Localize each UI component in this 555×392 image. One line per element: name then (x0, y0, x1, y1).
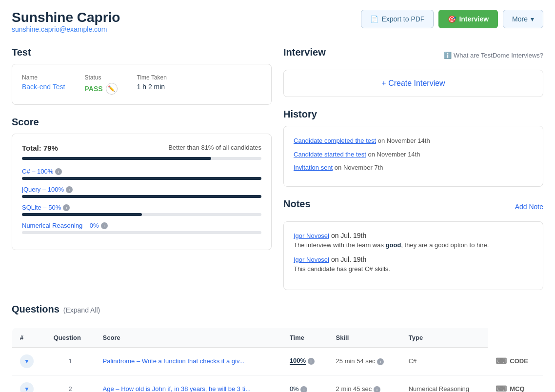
table-cell-expand[interactable]: ▼ (12, 375, 46, 392)
table-cell-type: ⌨ CODE (488, 347, 543, 375)
score-bar-fill (22, 195, 261, 198)
score-bar-item: Numerical Reasoning – 0% i (22, 222, 261, 234)
table-cell-num: 1 (46, 347, 95, 375)
info-icon[interactable]: i (300, 386, 307, 392)
history-link[interactable]: Invitation sent (294, 164, 333, 171)
score-bar-fill (22, 213, 142, 216)
table-row: ▼ 2 Age – How old is John if, in 38 year… (12, 375, 543, 392)
left-column: Test Name Back-end Test Status PASS ✏️ (12, 47, 272, 290)
expand-row-button[interactable]: ▼ (20, 382, 34, 392)
candidate-email[interactable]: sunshine.caprio@example.com (12, 25, 107, 33)
question-link[interactable]: Age – How old is John if, in 38 years, h… (103, 385, 251, 392)
score-card: Total: 79% Better than 81% of all candid… (12, 134, 272, 250)
table-cell-skill: Numerical Reasoning (401, 375, 488, 392)
info-icon[interactable]: i (101, 222, 108, 229)
score-bar-label: Numerical Reasoning – 0% i (22, 222, 261, 229)
right-column: Interview ℹ️ What are TestDome Interview… (283, 47, 543, 290)
table-cell-type: ⌨ MCQ (488, 375, 543, 392)
test-time-value: 1 h 2 min (137, 83, 165, 91)
info-icon[interactable]: i (63, 204, 70, 211)
candidate-name: Sunshine Caprio (12, 10, 120, 25)
score-bar-label: C# – 100% i (22, 168, 261, 175)
expand-all[interactable]: (Expand All) (63, 306, 100, 314)
score-bar-label: jQuery – 100% i (22, 186, 261, 193)
note-item: Igor Novosel on Jul. 19th The interview … (294, 232, 533, 250)
score-bar-track (22, 195, 261, 198)
candidate-info: Sunshine Caprio sunshine.caprio@example.… (12, 10, 120, 33)
score-value: 0% (290, 385, 299, 392)
note-text: This candidate has great C# skills. (294, 264, 533, 274)
table-col-header: Type (401, 328, 488, 347)
table-cell-time: 25 min 54 sec i (328, 347, 401, 375)
type-label: CODE (510, 357, 528, 365)
score-overall-fill (22, 157, 211, 160)
test-status-value: PASS (84, 85, 102, 93)
table-cell-num: 2 (46, 375, 95, 392)
history-link[interactable]: Candidate started the test (294, 151, 366, 158)
history-item: Invitation sent on November 7th (294, 163, 533, 173)
history-rest: on November 7th (333, 164, 383, 171)
questions-thead: #QuestionScoreTimeSkillType (12, 328, 543, 347)
test-status-label: Status (84, 74, 117, 81)
info-icon[interactable]: i (308, 358, 315, 365)
info-icon[interactable]: i (66, 186, 73, 193)
more-button[interactable]: More ▾ (503, 10, 543, 28)
interview-icon: 🎯 (448, 15, 456, 23)
question-link[interactable]: Palindrome – Write a function that check… (103, 357, 245, 365)
test-status-group: Status PASS ✏️ (84, 74, 117, 95)
table-cell-score: 0% i (282, 375, 328, 392)
table-cell-question[interactable]: Palindrome – Write a function that check… (95, 347, 282, 375)
history-rest: on November 14th (366, 151, 420, 158)
table-col-header: Question (46, 328, 95, 347)
score-section: Score Total: 79% Better than 81% of all … (12, 117, 272, 250)
questions-table: #QuestionScoreTimeSkillType ▼ 1 Palindro… (12, 328, 543, 392)
table-cell-time: 2 min 45 sec i (328, 375, 401, 392)
score-compare: Better than 81% of all candidates (168, 144, 261, 152)
pdf-icon: 📄 (370, 15, 378, 23)
note-item: Igor Novosel on Jul. 19th This candidate… (294, 255, 533, 274)
note-author[interactable]: Igor Novosel (294, 256, 329, 263)
test-name-value[interactable]: Back-end Test (22, 83, 65, 91)
notes-title: Notes (283, 198, 311, 210)
note-meta: Igor Novosel on Jul. 19th (294, 255, 533, 263)
notes-card: Igor Novosel on Jul. 19th The interview … (283, 221, 543, 290)
time-info-icon[interactable]: i (377, 358, 384, 365)
type-icon: ⌨ (496, 384, 507, 392)
questions-section: Questions (Expand All) #QuestionScoreTim… (12, 304, 543, 392)
history-item: Candidate completed the test on November… (294, 136, 533, 146)
time-info-icon[interactable]: i (374, 386, 380, 392)
score-bar-item: C# – 100% i (22, 168, 261, 180)
add-note-link[interactable]: Add Note (515, 203, 543, 211)
table-cell-score: 100% i (282, 347, 328, 375)
history-item: Candidate started the test on November 1… (294, 150, 533, 159)
history-rest: on November 14th (376, 137, 430, 144)
page-header: Sunshine Caprio sunshine.caprio@example.… (12, 10, 543, 33)
score-bars: C# – 100% i jQuery – 100% i SQLite – 50%… (22, 168, 261, 234)
info-icon[interactable]: i (55, 168, 62, 175)
notes-section: Notes Add Note Igor Novosel on Jul. 19th… (283, 198, 543, 290)
type-icon: ⌨ (496, 356, 507, 366)
test-title: Test (12, 47, 272, 58)
expand-row-button[interactable]: ▼ (20, 354, 34, 368)
score-total: Total: 79% (22, 144, 58, 152)
table-col-header: Score (95, 328, 282, 347)
note-author[interactable]: Igor Novosel (294, 232, 329, 239)
questions-tbody: ▼ 1 Palindrome – Write a function that c… (12, 347, 543, 392)
interview-button[interactable]: 🎯 Interview (438, 10, 498, 28)
table-cell-expand[interactable]: ▼ (12, 347, 46, 375)
table-col-header: Time (282, 328, 328, 347)
score-overall-track (22, 157, 261, 160)
test-time-group: Time Taken 1 h 2 min (137, 74, 167, 95)
export-pdf-button[interactable]: 📄 Export to PDF (361, 10, 434, 28)
interview-section: Interview ℹ️ What are TestDome Interview… (283, 47, 543, 97)
interview-help[interactable]: ℹ️ What are TestDome Interviews? (444, 52, 543, 59)
create-interview-button[interactable]: + Create Interview (283, 70, 543, 97)
history-link[interactable]: Candidate completed the test (294, 137, 376, 144)
table-cell-question[interactable]: Age – How old is John if, in 38 years, h… (95, 375, 282, 392)
help-icon: ℹ️ (444, 52, 452, 59)
test-section: Test Name Back-end Test Status PASS ✏️ (12, 47, 272, 105)
history-title: History (283, 109, 543, 120)
chevron-down-icon: ▾ (531, 15, 534, 23)
score-bar-fill (22, 177, 261, 180)
edit-status-icon[interactable]: ✏️ (106, 83, 118, 95)
